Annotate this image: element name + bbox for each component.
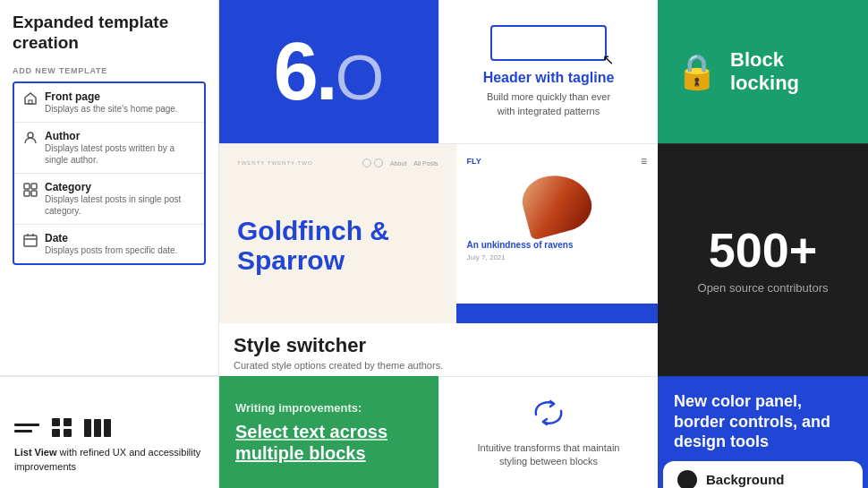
version-card: 6. O — [219, 0, 438, 143]
template-item-author-name: Author — [45, 130, 195, 142]
template-item-author-desc: Displays latest posts written by a singl… — [45, 142, 195, 166]
color-panel-card: New color panel, border controls, and de… — [658, 376, 868, 488]
home-icon — [23, 91, 38, 106]
template-item-category-desc: Displays latest posts in single post cat… — [45, 193, 195, 217]
style-article-title: An unkindness of ravens — [467, 240, 647, 251]
style-article-date: July 7, 2021 — [467, 253, 647, 261]
style-blue-bottom-bar — [456, 304, 658, 323]
grid-view-icon — [52, 418, 72, 437]
style-circles — [362, 158, 383, 167]
list-view-card: List View with refined UX and accessibil… — [0, 376, 219, 488]
template-list: Front page Displays as the site's home p… — [13, 81, 206, 265]
lock-icon: 🔒 — [676, 52, 718, 91]
list-view-icon — [14, 424, 39, 432]
template-item-desc: Displays as the site's home page. — [45, 103, 178, 115]
background-label: Background — [706, 472, 785, 487]
writing-label: Writing improvements: — [235, 401, 422, 415]
style-caption: Style switcher Curated style options cre… — [219, 323, 658, 376]
template-item-author-text: Author Displays latest posts written by … — [45, 130, 195, 166]
template-item-category[interactable]: Category Displays latest posts in single… — [14, 174, 204, 225]
block-locking-card: 🔒 Block locking — [658, 0, 868, 143]
style-topbar: TWENTY TWENTY-TWO AboutAll Posts — [237, 158, 438, 167]
style-switcher-title: Style switcher — [234, 334, 643, 357]
writing-title: Select text across multiple blocks — [235, 421, 422, 464]
color-panel-title: New color panel, border controls, and de… — [674, 391, 852, 452]
style-logo: TWENTY TWENTY-TWO — [237, 160, 313, 166]
svg-rect-2 — [24, 184, 30, 189]
transforms-desc: Intuitive transforms that maintain styli… — [477, 441, 620, 469]
template-item-category-text: Category Displays latest posts in single… — [45, 181, 195, 217]
date-icon — [23, 233, 38, 247]
template-item-front-page-text: Front page Displays as the site's home p… — [45, 90, 178, 115]
svg-rect-0 — [29, 100, 32, 104]
svg-rect-4 — [24, 191, 30, 196]
header-tagline-title: Header with tagline — [483, 70, 615, 86]
add-template-label: ADD NEW TEMPLATE — [13, 66, 206, 75]
writing-improvements-card: Writing improvements: Select text across… — [219, 376, 438, 488]
style-book-title: Goldfinch & Sparrow — [237, 182, 438, 309]
template-item-date-name: Date — [45, 232, 177, 244]
list-view-desc: List View with refined UX and accessibil… — [14, 446, 204, 474]
style-left-panel: TWENTY TWENTY-TWO AboutAll Posts Goldfin… — [219, 144, 456, 323]
style-mockup: TWENTY TWENTY-TWO AboutAll Posts Goldfin… — [219, 144, 658, 323]
header-tagline-desc: Build more quickly than ever with integr… — [477, 90, 620, 118]
header-tagline-card: ↖ Header with tagline Build more quickly… — [438, 0, 658, 143]
template-item-date[interactable]: Date Displays posts from specific date. — [14, 225, 204, 263]
svg-point-1 — [28, 133, 33, 138]
contributors-number: 500+ — [709, 226, 818, 274]
template-item-name: Front page — [45, 90, 178, 103]
style-right-menu-icon: ≡ — [641, 155, 647, 167]
style-fly-text: FLY — [467, 157, 481, 166]
style-nav-items: AboutAll Posts — [390, 160, 438, 167]
category-icon — [23, 183, 38, 197]
header-mockup: ↖ — [490, 25, 607, 61]
list-view-icons — [14, 418, 111, 437]
style-right-panel: FLY ≡ An unkindness of ravens July 7, 20… — [456, 144, 658, 323]
author-icon — [23, 131, 38, 145]
template-creation-card: Expanded template creation ADD NEW TEMPL… — [0, 0, 219, 376]
template-creation-title: Expanded template creation — [13, 13, 206, 54]
transforms-icon — [529, 397, 568, 432]
template-item-date-text: Date Displays posts from specific date. — [45, 232, 177, 256]
style-switcher-desc: Curated style options created by theme a… — [234, 360, 643, 371]
cursor-icon: ↖ — [602, 51, 614, 68]
svg-rect-5 — [31, 191, 37, 196]
version-suffix: O — [336, 47, 384, 109]
contributors-label: Open source contributors — [698, 281, 829, 295]
contributors-card: 500+ Open source contributors — [658, 143, 868, 376]
version-display: 6. O — [274, 31, 385, 112]
style-right-topbar: FLY ≡ — [467, 155, 647, 167]
color-swatch — [677, 470, 697, 489]
version-number: 6. — [274, 31, 336, 112]
list-view-bold: List View — [14, 447, 56, 458]
template-item-author[interactable]: Author Displays latest posts written by … — [14, 123, 204, 174]
block-locking-title: Block locking — [730, 48, 850, 96]
background-panel: Background — [663, 461, 863, 489]
writing-title-text: Select text across multiple blocks — [235, 422, 387, 463]
style-bird — [517, 167, 597, 240]
style-switcher-card: TWENTY TWENTY-TWO AboutAll Posts Goldfin… — [219, 143, 658, 376]
template-item-front-page[interactable]: Front page Displays as the site's home p… — [14, 83, 204, 123]
color-panel-top: New color panel, border controls, and de… — [658, 377, 868, 461]
columns-view-icon — [84, 419, 111, 437]
template-item-category-name: Category — [45, 181, 195, 193]
svg-rect-3 — [31, 184, 37, 189]
style-book-title-text: Goldfinch & Sparrow — [237, 216, 438, 275]
transforms-card: Intuitive transforms that maintain styli… — [438, 376, 658, 488]
template-item-date-desc: Displays posts from specific date. — [45, 244, 177, 256]
svg-rect-6 — [24, 235, 37, 246]
